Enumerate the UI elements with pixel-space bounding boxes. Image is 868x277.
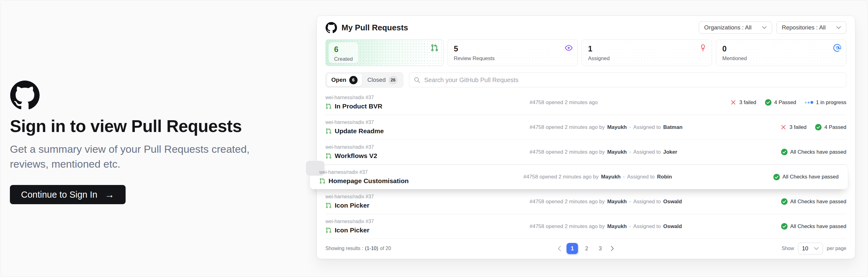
stat-created-label: Created [334, 56, 353, 62]
check-circle-icon [765, 99, 772, 106]
pr-row-update-readme[interactable]: wei-harness/radix #37 Update Readme #475… [326, 115, 846, 140]
tab-open[interactable]: Open 6 [327, 74, 362, 86]
check-all-passed: All Checks have passed [781, 198, 846, 205]
tab-open-label: Open [331, 77, 346, 83]
git-pull-request-icon [326, 202, 332, 209]
pr-row-icon-picker-1[interactable]: wei-harness/radix #37 Icon Picker #4758 … [326, 189, 846, 214]
signin-button-label: Continue to Sign In [21, 190, 97, 200]
pr-checks: All Checks have passed [781, 198, 846, 205]
pr-meta-text: #4758 opened 2 minutes ago by [530, 149, 605, 155]
stat-assigned-label: Assigned [588, 55, 706, 62]
search-input[interactable] [409, 73, 846, 87]
git-pull-request-icon [326, 227, 332, 233]
pr-assigned-label: Assigned to [633, 199, 661, 205]
repositories-filter-label: Repositories : All [782, 24, 826, 31]
git-pull-request-icon [326, 128, 332, 134]
page-button-1[interactable]: 1 [567, 243, 578, 254]
signin-section: Sign in to view Pull Requests Get a summ… [10, 81, 282, 204]
pr-repo: wei-harness/radix #37 [326, 144, 530, 150]
pr-row-in-product-bvr[interactable]: wei-harness/radix #37 In Product BVR #47… [326, 90, 846, 115]
pr-meta-text: #4758 opened 2 minutes ago by [530, 223, 605, 229]
pr-assigned-label: Assigned to [633, 124, 661, 131]
pr-author: Mayukh [607, 149, 627, 155]
meta-separator: • [629, 125, 631, 130]
pr-assigned-label: Assigned to [633, 149, 661, 155]
stat-card-mentioned[interactable]: 0 Mentioned [716, 39, 846, 66]
list-controls: Open 6 Closed 26 [326, 72, 846, 88]
check-circle-icon [781, 149, 787, 155]
pr-assignee: Oswald [663, 223, 682, 229]
github-logo-icon [10, 81, 40, 110]
pr-row-homepage-customisation[interactable]: wei-harness/radix #37 Homepage Customisa… [310, 165, 848, 189]
check-in-progress: 1 in progress [805, 100, 846, 106]
pr-author: Mayukh [607, 223, 627, 229]
pr-assignee: Oswald [663, 199, 682, 205]
tab-closed[interactable]: Closed 26 [363, 74, 402, 86]
pr-title[interactable]: Homepage Customisation [329, 177, 409, 185]
next-page-button[interactable] [609, 245, 616, 252]
pr-title[interactable]: In Product BVR [335, 103, 382, 110]
arrow-right-icon: → [105, 190, 115, 199]
search-box [409, 73, 846, 87]
stat-card-created[interactable]: 6 Created [326, 39, 443, 66]
pin-icon [699, 44, 707, 52]
stat-card-assigned[interactable]: 1 Assigned [582, 39, 712, 66]
pr-title[interactable]: Workflows V2 [335, 152, 377, 160]
page-button-3[interactable]: 3 [595, 243, 606, 254]
pr-title[interactable]: Icon Picker [335, 226, 369, 234]
pr-row-icon-picker-2[interactable]: wei-harness/radix #37 Icon Picker #4758 … [326, 214, 846, 239]
meta-separator: • [629, 199, 631, 204]
pr-title[interactable]: Icon Picker [335, 202, 369, 209]
pr-assignee: Robin [657, 174, 672, 180]
organizations-filter-label: Organizations : All [704, 24, 751, 31]
pr-meta: #4758 opened 2 minutes ago by Mayukh • A… [530, 124, 780, 131]
eye-icon [565, 44, 572, 52]
pr-title[interactable]: Update Readme [335, 127, 384, 135]
pr-repo: wei-harness/radix #37 [326, 119, 530, 125]
filters: Organizations : All Repositories : All [699, 21, 846, 34]
closed-count-badge: 26 [389, 76, 398, 84]
git-pull-request-icon [326, 153, 332, 159]
pr-title-line: Homepage Customisation [319, 177, 523, 185]
signin-title: Sign in to view Pull Requests [10, 117, 282, 136]
pagination: 1 2 3 [556, 243, 616, 254]
pr-repo: wei-harness/radix #37 [326, 219, 530, 224]
chevron-right-icon [610, 246, 615, 251]
pull-request-list: wei-harness/radix #37 In Product BVR #47… [326, 90, 846, 239]
panel-title-wrap: My Pull Requests [326, 22, 408, 33]
repositories-filter-dropdown[interactable]: Repositories : All [776, 21, 846, 34]
pr-meta: #4758 opened 2 minutes ago by Mayukh • A… [530, 199, 781, 205]
chevron-down-icon [836, 26, 841, 29]
pr-meta-text: #4758 opened 2 minutes ago by [530, 124, 605, 131]
check-passed: 4 Passed [815, 124, 846, 131]
per-page-label: per page [827, 246, 846, 251]
open-count-badge: 6 [349, 76, 358, 84]
pr-repo: wei-harness/radix #37 [326, 95, 530, 101]
results-suffix: of 20 [380, 246, 391, 251]
stat-mentioned-value: 0 [722, 44, 840, 53]
continue-sign-in-button[interactable]: Continue to Sign In → [10, 185, 126, 204]
pr-repo: wei-harness/radix #37 [319, 169, 523, 175]
pr-left: wei-harness/radix #37 Workflows V2 [326, 144, 530, 160]
pr-meta: #4758 opened 2 minutes ago by Mayukh • A… [530, 223, 781, 229]
pr-left: wei-harness/radix #37 In Product BVR [326, 95, 530, 110]
search-icon [413, 77, 421, 83]
results-range: (1-10) [365, 246, 378, 251]
previous-page-button[interactable] [556, 245, 563, 252]
per-page-select[interactable]: 10 [798, 243, 823, 254]
pr-left: wei-harness/radix #37 Icon Picker [326, 219, 530, 234]
check-circle-icon [815, 124, 822, 131]
github-logo-icon [326, 22, 337, 33]
organizations-filter-dropdown[interactable]: Organizations : All [699, 21, 772, 34]
x-failed-icon [780, 124, 787, 131]
check-all-passed: All Checks have passed [781, 149, 846, 155]
pr-assigned-label: Assigned to [633, 223, 661, 229]
pr-meta-text: #4758 opened 2 minutes ago by [530, 199, 605, 205]
stat-card-review-requests[interactable]: 5 Review Requests [447, 39, 578, 66]
x-failed-icon [730, 99, 737, 106]
stat-review-value: 5 [454, 44, 571, 53]
mention-icon [833, 44, 841, 52]
page-button-2[interactable]: 2 [582, 243, 592, 254]
pr-title-line: Workflows V2 [326, 152, 530, 160]
pr-row-workflows-v2[interactable]: wei-harness/radix #37 Workflows V2 #4758… [326, 140, 846, 165]
